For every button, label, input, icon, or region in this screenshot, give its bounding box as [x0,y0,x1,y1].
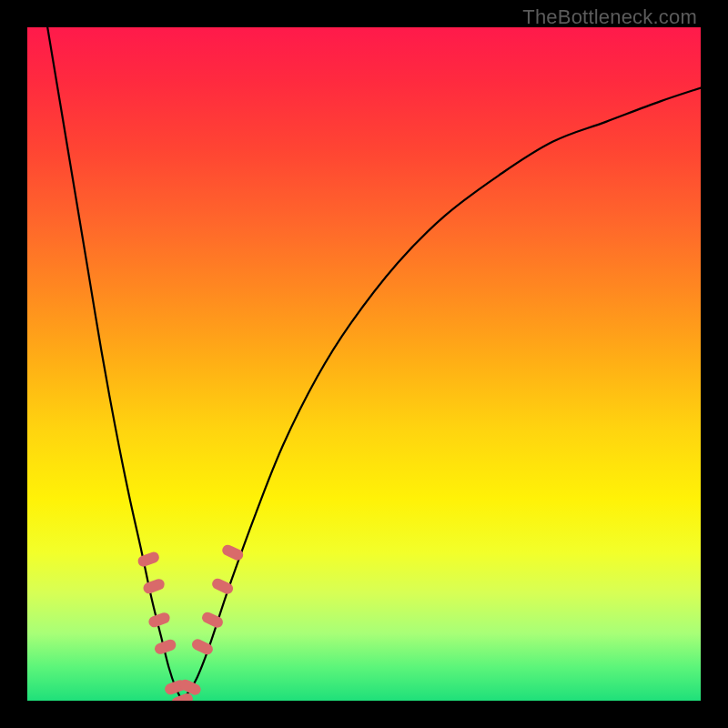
watermark-text: TheBottleneck.com [522,5,697,29]
data-marker [142,577,167,594]
data-marker [136,551,161,568]
plot-area [27,27,701,701]
marker-group [136,543,245,701]
curve-right-branch [182,88,701,701]
chart-frame: TheBottleneck.com [0,0,728,728]
curve-left-branch [47,27,182,701]
data-marker [220,543,245,562]
curve-svg [27,27,701,701]
